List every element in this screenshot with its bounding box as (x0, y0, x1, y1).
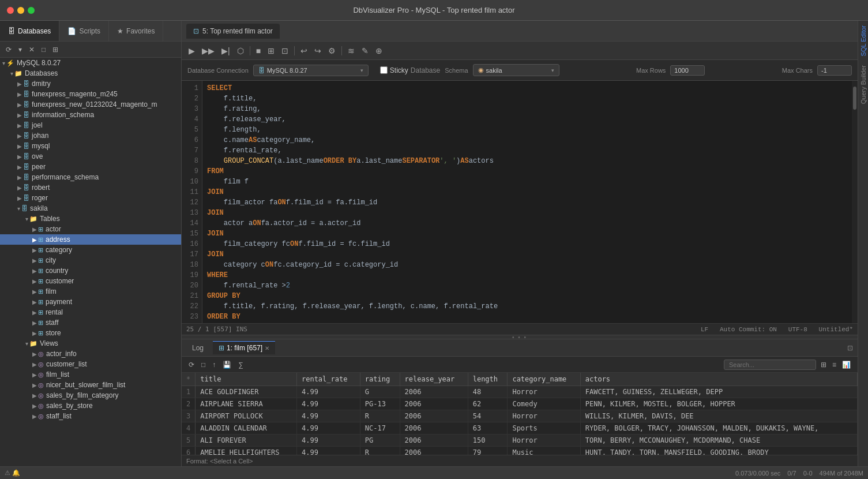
tree-view-actor-info[interactable]: ▶ ◎ actor_info (0, 349, 181, 359)
tree-db-robert[interactable]: ▶ 🗄 robert (0, 182, 181, 193)
tree-db-joel[interactable]: ▶ 🗄 joel (0, 120, 181, 130)
col-header-release-year[interactable]: release_year (400, 373, 468, 386)
tree-view-film-list[interactable]: ▶ ◎ film_list (0, 369, 181, 380)
run-all-button[interactable]: ▶▶ (200, 45, 217, 57)
stop-button[interactable]: ■ (254, 45, 263, 57)
sql-editor[interactable]: 123456 789101112 131415161718 1920212223… (182, 81, 858, 335)
tree-db-funexpress2[interactable]: ▶ 🗄 funexpress_new_01232024_magento_m (0, 99, 181, 110)
save-button[interactable]: 💾 (220, 360, 234, 370)
tree-table-payment[interactable]: ▶ ⊞ payment (0, 297, 181, 307)
tree-view-sales-store[interactable]: ▶ ◎ sales_by_store (0, 401, 181, 411)
close-sidebar-button[interactable]: ✕ (27, 44, 37, 55)
tree-table-address[interactable]: ▶ ⊞ address (0, 234, 181, 245)
result-data-tab[interactable]: ⊞ 1: film [657] ✕ (213, 341, 275, 354)
table-row[interactable]: 4 ALADDIN CALENDAR 4.99 NC-17 2006 63 Sp… (182, 422, 858, 435)
sticky-checkbox[interactable] (380, 66, 388, 74)
maximize-button[interactable] (28, 7, 35, 14)
run-button[interactable]: ▶ (186, 45, 197, 57)
table-row[interactable]: 3 AIRPORT POLLOCK 4.99 R 2006 54 Horror … (182, 410, 858, 422)
sql-editor-panel-tab[interactable]: SQL Editor (858, 21, 869, 61)
result-tab-more[interactable]: ⊡ (847, 344, 853, 352)
resize-handle[interactable]: • • • (182, 335, 858, 339)
results-search-input[interactable] (724, 360, 816, 370)
connection-select[interactable]: 🗄 MySQL 8.0.27 ▾ (253, 65, 369, 76)
tree-table-store[interactable]: ▶ ⊞ store (0, 328, 181, 338)
results-table-wrapper[interactable]: * title rental_rate rating release_year … (182, 373, 858, 455)
sql-tab[interactable]: ⊡ 5: Top rented film actor (186, 24, 280, 39)
filter-button[interactable]: ▾ (16, 44, 24, 55)
log-tab[interactable]: Log (186, 342, 209, 354)
sql-code-area[interactable]: SELECT f.title, f.rating, f.release_year… (202, 81, 852, 323)
scrollbar-thumb[interactable] (853, 87, 856, 110)
list-view-button[interactable]: ≡ (830, 360, 839, 370)
tree-db-peer[interactable]: ▶ 🗄 peer (0, 162, 181, 172)
window-controls[interactable] (7, 7, 35, 14)
col-header-rental-rate[interactable]: rental_rate (296, 373, 360, 386)
settings-button[interactable]: ⚙ (326, 45, 338, 57)
tree-view-sales-film[interactable]: ▶ ◎ sales_by_film_category (0, 390, 181, 401)
editor-scrollbar[interactable] (852, 81, 858, 323)
tree-view-nicer[interactable]: ▶ ◎ nicer_but_slower_film_list (0, 380, 181, 390)
run-to-button[interactable]: ▶| (219, 45, 232, 57)
tree-db-dmitry[interactable]: ▶ 🗄 dmitry (0, 78, 181, 89)
close-button[interactable] (7, 7, 14, 14)
refresh-button[interactable]: ⟳ (3, 44, 14, 55)
history-forward-button[interactable]: ↪ (312, 45, 324, 57)
tree-table-actor[interactable]: ▶ ⊞ actor (0, 224, 181, 234)
tree-view-staff-list[interactable]: ▶ ◎ staff_list (0, 411, 181, 421)
col-header-actors[interactable]: actors (580, 373, 857, 386)
history-back-button[interactable]: ↩ (298, 45, 310, 57)
tree-db-ove[interactable]: ▶ 🗄 ove (0, 151, 181, 162)
sidebar-tab-scripts[interactable]: 📄 Scripts (59, 21, 109, 41)
tree-tables-folder[interactable]: ▾ 📁 Tables (0, 214, 181, 224)
tree-table-category[interactable]: ▶ ⊞ category (0, 245, 181, 255)
tree-table-film[interactable]: ▶ ⊞ film (0, 286, 181, 297)
tree-table-city[interactable]: ▶ ⊞ city (0, 255, 181, 265)
tree-root-mysql[interactable]: ▾ ⚡ MySQL 8.0.27 (0, 58, 181, 68)
add-button[interactable]: ⊕ (373, 45, 385, 57)
table-row[interactable]: 1 ACE GOLDFINGER 4.99 G 2006 48 Horror F… (182, 386, 858, 398)
col-header-length[interactable]: length (468, 373, 508, 386)
col-header-category[interactable]: category_name (508, 373, 580, 386)
grid-button[interactable]: ⊞ (265, 45, 277, 57)
tree-db-sakila[interactable]: ▾ 🗄 sakila (0, 203, 181, 214)
explain-button[interactable]: ≋ (345, 45, 357, 57)
table-row[interactable]: 5 ALI FOREVER 4.99 PG 2006 150 Horror TO… (182, 435, 858, 447)
sidebar-tab-favorites[interactable]: ★ Favorites (109, 21, 163, 41)
table-row[interactable]: 2 AIRPLANE SIERRA 4.99 PG-13 2006 62 Com… (182, 398, 858, 410)
sidebar-tab-databases[interactable]: 🗄 Databases (0, 21, 59, 41)
tree-db-mysql[interactable]: ▶ 🗄 mysql (0, 141, 181, 151)
table-row[interactable]: 6 AMELIE HELLFIGHTERS 4.99 R 2006 79 Mus… (182, 447, 858, 455)
tree-db-information[interactable]: ▶ 🗄 information_schema (0, 110, 181, 120)
tree-table-customer[interactable]: ▶ ⊞ customer (0, 276, 181, 286)
tree-views-folder[interactable]: ▾ 📁 Views (0, 338, 181, 349)
col-header-rating[interactable]: rating (360, 373, 400, 386)
result-tab-close-button[interactable]: ✕ (265, 345, 269, 351)
tree-view-customer-list[interactable]: ▶ ◎ customer_list (0, 359, 181, 369)
tree-db-johan[interactable]: ▶ 🗄 johan (0, 130, 181, 141)
tree-table-staff[interactable]: ▶ ⊞ staff (0, 317, 181, 328)
tree-db-funexpress[interactable]: ▶ 🗄 funexpress_magento_m245 (0, 89, 181, 99)
query-builder-panel-tab[interactable]: Query Builder (858, 61, 869, 108)
chart-view-button[interactable]: 📊 (840, 360, 853, 370)
tree-table-rental[interactable]: ▶ ⊞ rental (0, 307, 181, 317)
format-button[interactable]: ⬡ (235, 45, 246, 57)
schema-select[interactable]: ◉ sakila ▾ (473, 64, 559, 76)
col-header-title[interactable]: title (196, 373, 297, 386)
layout-button[interactable]: ⊡ (279, 45, 291, 57)
minimize-button[interactable] (17, 7, 24, 14)
grid-view-button[interactable]: ⊞ (818, 360, 829, 370)
tree-databases[interactable]: ▾ 📁 Databases (0, 68, 181, 78)
collapse-button[interactable]: □ (39, 44, 48, 55)
expand-button[interactable]: ⊞ (50, 44, 61, 55)
select-all-button[interactable]: □ (199, 360, 208, 370)
tree-db-roger[interactable]: ▶ 🗄 roger (0, 193, 181, 203)
export-button[interactable]: ↑ (210, 360, 218, 370)
tree-db-performance[interactable]: ▶ 🗄 performance_schema (0, 172, 181, 182)
edit-button[interactable]: ✎ (359, 45, 371, 57)
max-rows-input[interactable] (670, 65, 705, 76)
refresh-results-button[interactable]: ⟳ (186, 360, 197, 370)
tree-table-country[interactable]: ▶ ⊞ country (0, 265, 181, 276)
max-chars-input[interactable] (817, 65, 852, 76)
sigma-button[interactable]: ∑ (236, 360, 246, 370)
